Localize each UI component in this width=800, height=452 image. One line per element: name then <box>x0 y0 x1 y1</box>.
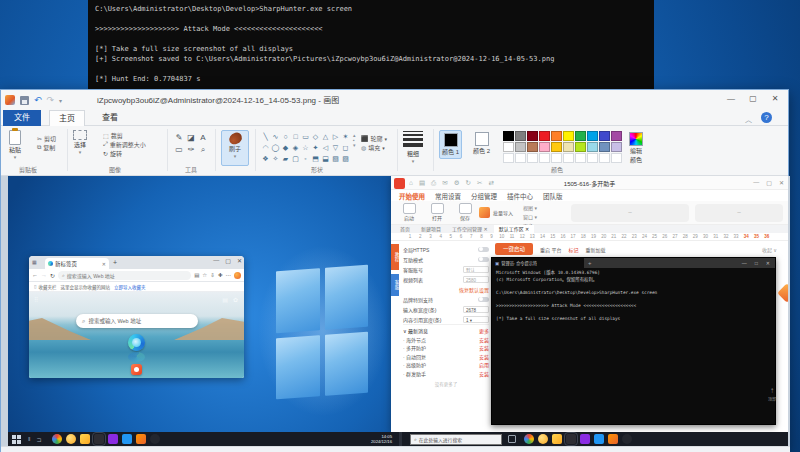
palette-color[interactable] <box>503 131 514 141</box>
console-window[interactable]: C:\Users\Administrator\Desktop\Develop>S… <box>88 0 654 89</box>
terminal-icon[interactable] <box>94 434 104 444</box>
terminal-window[interactable]: ▣ 管理员: 命令提示符 + — □ ✕ Microsoft Windows [… <box>491 257 776 425</box>
palette-color[interactable] <box>527 142 538 152</box>
palette-color[interactable] <box>563 131 574 141</box>
setting-value[interactable]: 2678 <box>463 306 489 313</box>
site-shortcut-icon[interactable] <box>131 364 142 375</box>
tool-icon-3[interactable]: ▭ <box>173 144 185 156</box>
app-minimize-button[interactable]: — <box>753 179 759 186</box>
maximize-button[interactable]: ▢ <box>742 90 764 108</box>
palette-empty-slot[interactable] <box>563 153 574 163</box>
shape-icon[interactable]: ▰ <box>281 153 290 164</box>
back-icon[interactable]: ← <box>32 272 38 278</box>
color1-button[interactable]: 颜色 1 <box>439 130 462 159</box>
app-ribbon-dropdown[interactable]: 视图 ▾ <box>523 204 537 211</box>
shape-icon[interactable]: ◦ <box>301 153 310 164</box>
address-bar[interactable]: ⌕ 搜索或输入 Web 地址 <box>58 271 191 280</box>
palette-color[interactable] <box>551 142 562 152</box>
back-to-top-button[interactable]: ↑ 顶部 <box>763 386 781 404</box>
tool-icon-5[interactable]: ⌕ <box>197 144 209 156</box>
shape-icon[interactable]: ◁ <box>321 142 330 153</box>
shape-icon[interactable]: ▨ <box>341 153 350 164</box>
edge-toolbar-icon-0[interactable]: ▤ <box>194 272 199 278</box>
shape-icon[interactable]: ▭ <box>301 131 310 142</box>
palette-empty-slot[interactable] <box>575 153 586 163</box>
app-titlebar[interactable]: ⌂▤⎙✉⚙↻✂⇄ 1505-616-多开助手 — ▢ ✕ <box>391 176 788 190</box>
app-menu-item[interactable]: 团队版 <box>543 191 563 201</box>
palette-empty-slot[interactable] <box>527 153 538 163</box>
copy-button[interactable]: ⧉ 复制 <box>37 143 56 152</box>
setting-input[interactable]: 默认 <box>463 266 489 273</box>
terminal-minimize-button[interactable]: — <box>742 260 747 266</box>
center-search-box[interactable]: ⌕ 搜索或输入 Web 地址 <box>76 314 198 328</box>
new-tab-button[interactable]: + <box>113 259 117 266</box>
refresh-icon[interactable]: ↻ <box>50 272 55 279</box>
edge-dev-icon[interactable] <box>150 434 160 444</box>
palette-empty-slot[interactable] <box>551 153 562 163</box>
setting-input[interactable]: 2580 <box>463 276 489 283</box>
paint-app-icon[interactable] <box>5 95 15 105</box>
task-view-button[interactable] <box>508 435 516 443</box>
setting-value[interactable]: 1 ▾ <box>463 316 489 323</box>
paint-titlebar[interactable]: ↶ ↷ ▾ iZpcwoybp3ou6iZ@Administrator@2024… <box>1 90 788 110</box>
minimize-button[interactable]: — <box>720 90 742 108</box>
bookmarks-folder[interactable]: ▯ 收藏夹栏 <box>34 284 56 290</box>
shape-icon[interactable]: ╲ <box>261 131 270 142</box>
tool-icon-1[interactable]: ◪ <box>185 132 197 144</box>
mark-link[interactable]: 标记 <box>568 246 578 253</box>
chrome-beta-icon[interactable] <box>538 434 548 444</box>
edit-colors-button[interactable]: 编辑 颜色 <box>629 132 643 164</box>
side-tab-support[interactable]: 客服 <box>391 274 399 296</box>
file-explorer-icon[interactable] <box>80 434 90 444</box>
shapes-scroll[interactable]: ▴▪▾ <box>353 133 356 148</box>
paint-canvas-area[interactable]: ▦ 新标签页 ✕ + — ▢ ✕ <box>1 176 790 446</box>
shape-icon[interactable]: ▧ <box>331 153 340 164</box>
firefox-icon[interactable] <box>136 434 146 444</box>
terminal-tab[interactable]: ▣ 管理员: 命令提示符 <box>492 258 584 268</box>
app-ribbon-button[interactable]: 保存 <box>453 203 477 221</box>
palette-color[interactable] <box>599 142 610 152</box>
app-document-tab[interactable]: 新建项目 <box>416 225 446 233</box>
qat-dropdown-icon[interactable]: ▾ <box>59 97 62 104</box>
palette-color[interactable] <box>575 142 586 152</box>
plugin-action-link[interactable]: 安装 <box>479 370 489 377</box>
plugin-action-link[interactable]: 启用 <box>479 361 489 368</box>
reset-defaults-link[interactable]: 恢复默认设置 <box>403 286 489 293</box>
restart-link[interactable]: 重启 平台 <box>540 246 561 253</box>
more-link[interactable]: 更多 <box>479 327 489 334</box>
feed-icon[interactable]: ▤ <box>222 296 228 303</box>
shape-icon[interactable]: ⬓ <box>321 153 330 164</box>
visual-studio-icon[interactable] <box>580 434 590 444</box>
tab-home[interactable]: 主页 <box>49 110 85 126</box>
system-tray-clock[interactable]: 14:05 2024/12/16 <box>371 434 392 444</box>
search-taskbar-icon[interactable]: ‖ <box>28 436 30 443</box>
page-layout-icon[interactable]: ⠿ <box>34 296 38 303</box>
toggle-switch[interactable] <box>478 247 489 252</box>
side-tab-tutorial[interactable]: 教程 <box>391 244 399 270</box>
palette-color[interactable] <box>563 142 574 152</box>
shape-icon[interactable]: ◈ <box>291 142 300 153</box>
edge-toolbar-icon-2[interactable]: ⇩ <box>210 272 215 278</box>
shape-icon[interactable]: ▢ <box>291 153 300 164</box>
shape-icon[interactable]: △ <box>321 131 330 142</box>
primary-action-button[interactable]: 一键启动 <box>495 243 533 255</box>
terminal-close-button[interactable]: ✕ <box>766 260 770 266</box>
palette-color[interactable] <box>539 131 550 141</box>
edge-toolbar-icon-4[interactable]: ⋯ <box>226 272 232 278</box>
shape-fill-button[interactable]: ◍ 填充 ▾ <box>361 143 387 152</box>
collapse-link[interactable]: 收起 ∨ <box>762 246 785 253</box>
app-document-tab[interactable]: 工作空间管理 ✕ <box>447 225 493 233</box>
file-explorer-icon[interactable] <box>552 434 562 444</box>
app-menu-item[interactable]: 开始使用 <box>399 191 425 201</box>
shape-icon[interactable]: ◻ <box>341 142 350 153</box>
paste-button[interactable]: 粘贴 ▾ <box>9 130 21 160</box>
palette-color[interactable] <box>587 131 598 141</box>
edge-minimize-button[interactable]: — <box>213 257 219 264</box>
crop-button[interactable]: ⬚ 裁剪 <box>103 131 146 140</box>
shape-icon[interactable]: ⬒ <box>311 153 320 164</box>
toggle-switch[interactable] <box>478 297 489 302</box>
close-button[interactable]: ✕ <box>764 90 786 108</box>
tab-view[interactable]: 查看 <box>93 110 127 126</box>
palette-empty-slot[interactable] <box>515 153 526 163</box>
shape-icon[interactable]: ▽ <box>331 142 340 153</box>
